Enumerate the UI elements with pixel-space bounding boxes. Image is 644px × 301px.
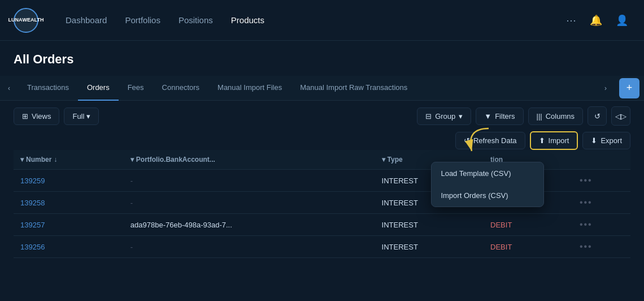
- expand-button[interactable]: ◁▷: [611, 106, 630, 126]
- filter-icon: ▼: [484, 112, 491, 121]
- cell-portfolio: -: [124, 192, 375, 214]
- table-row: 139256 - INTEREST DEBIT •••: [14, 236, 630, 258]
- cell-portfolio: ada978be-76eb-498a-93ad-7...: [124, 214, 375, 236]
- cell-portfolio: -: [124, 236, 375, 258]
- chevron-down-icon: ▾: [86, 112, 90, 121]
- load-template-item[interactable]: Load Template (CSV): [432, 162, 543, 184]
- orders-table-container: ▾ Number ↓ ▾ Portfolio.BankAccount... ▾ …: [0, 150, 644, 258]
- sort-col-portfolio-icon[interactable]: ▾: [130, 156, 134, 164]
- import-dropdown: Load Template (CSV) Import Orders (CSV): [431, 162, 544, 207]
- import-orders-item[interactable]: Import Orders (CSV): [432, 184, 543, 207]
- nav-right: ⋯ 🔔 👤: [564, 12, 630, 29]
- cell-number: 139258: [14, 192, 124, 214]
- import-button[interactable]: ⬆ Import: [530, 131, 578, 150]
- cell-number: 139257: [14, 214, 124, 236]
- nav-positions[interactable]: Positions: [179, 15, 213, 25]
- cell-number: 139256: [14, 236, 124, 258]
- row-menu-button[interactable]: •••: [580, 175, 593, 185]
- toolbar: ⊞ Views Full ▾ ⊟ Group ▾ ▼ Filters ||| C…: [0, 101, 644, 131]
- tab-bar: ‹ Transactions Orders Fees Connectors Ma…: [0, 76, 644, 101]
- sort-col-type-icon[interactable]: ▾: [382, 156, 385, 164]
- cell-number: 139259: [14, 170, 124, 192]
- cell-type: INTEREST: [375, 214, 484, 236]
- page-title: All Orders: [14, 52, 630, 67]
- table-row: 139257 ada978be-76eb-498a-93ad-7... INTE…: [14, 214, 630, 236]
- cell-type: INTEREST: [375, 236, 484, 258]
- cell-action: DEBIT: [484, 214, 573, 236]
- group-button[interactable]: ⊟ Group ▾: [417, 108, 471, 125]
- cell-dots: •••: [573, 236, 630, 258]
- export-button[interactable]: ⬇ Export: [582, 132, 630, 149]
- tab-orders[interactable]: Orders: [78, 76, 119, 101]
- group-icon: ⊟: [425, 112, 432, 121]
- logo-circle: LUNA WEALTH: [14, 8, 38, 33]
- columns-icon: |||: [537, 112, 542, 121]
- nav-products[interactable]: Products: [231, 15, 264, 25]
- tab-transactions[interactable]: Transactions: [18, 76, 78, 101]
- col-number: ▾ Number ↓: [14, 150, 124, 170]
- refresh-icon-button[interactable]: ↺: [588, 106, 607, 126]
- tabs-container: Transactions Orders Fees Connectors Manu…: [18, 76, 597, 101]
- data-actions-toolbar: ↺ Refresh Data ⬆ Import Load Template (C…: [0, 131, 644, 150]
- sort-col-number-icon[interactable]: ▾: [20, 156, 24, 164]
- tab-scroll-right[interactable]: ›: [597, 76, 615, 101]
- toolbar-left: ⊞ Views Full ▾: [14, 108, 99, 125]
- refresh-data-button[interactable]: ↺ Refresh Data: [455, 132, 525, 149]
- refresh-data-icon: ↺: [464, 136, 470, 145]
- tab-scroll-left[interactable]: ‹: [0, 76, 18, 101]
- tab-fees[interactable]: Fees: [119, 76, 153, 101]
- user-profile-button[interactable]: 👤: [613, 12, 630, 29]
- nav-dashboard[interactable]: Dashboard: [66, 15, 107, 25]
- full-button[interactable]: Full ▾: [64, 108, 99, 125]
- filters-button[interactable]: ▼ Filters: [476, 108, 523, 125]
- col-portfolio: ▾ Portfolio.BankAccount...: [124, 150, 375, 170]
- logo[interactable]: LUNA WEALTH: [14, 8, 38, 33]
- tab-manual-import-files[interactable]: Manual Import Files: [208, 76, 291, 101]
- toolbar-right: ⊟ Group ▾ ▼ Filters ||| Columns ↺ ◁▷: [417, 106, 630, 126]
- navbar: LUNA WEALTH Dashboard Portfolios Positio…: [0, 0, 644, 41]
- tab-connectors[interactable]: Connectors: [153, 76, 208, 101]
- cell-dots: •••: [573, 192, 630, 214]
- cell-dots: •••: [573, 170, 630, 192]
- more-options-button[interactable]: ⋯: [564, 12, 578, 29]
- row-menu-button[interactable]: •••: [580, 220, 593, 229]
- notifications-button[interactable]: 🔔: [588, 12, 604, 29]
- nav-links: Dashboard Portfolios Positions Products: [66, 15, 564, 25]
- cell-dots: •••: [573, 214, 630, 236]
- row-menu-button[interactable]: •••: [580, 242, 593, 251]
- views-icon: ⊞: [22, 112, 28, 121]
- export-icon: ⬇: [591, 136, 597, 145]
- columns-button[interactable]: ||| Columns: [528, 108, 583, 125]
- tab-manual-import-raw[interactable]: Manual Import Raw Transactions: [291, 76, 416, 101]
- nav-portfolios[interactable]: Portfolios: [125, 15, 160, 25]
- cell-portfolio: -: [124, 170, 375, 192]
- views-button[interactable]: ⊞ Views: [14, 108, 59, 125]
- import-icon: ⬆: [539, 136, 545, 145]
- cell-action: DEBIT: [484, 236, 573, 258]
- sort-desc-icon[interactable]: ↓: [54, 156, 57, 164]
- col-actions: [573, 150, 630, 170]
- row-menu-button[interactable]: •••: [580, 197, 593, 207]
- group-chevron-icon: ▾: [459, 112, 463, 121]
- add-tab-button[interactable]: +: [619, 78, 639, 98]
- page-header: All Orders: [0, 41, 644, 76]
